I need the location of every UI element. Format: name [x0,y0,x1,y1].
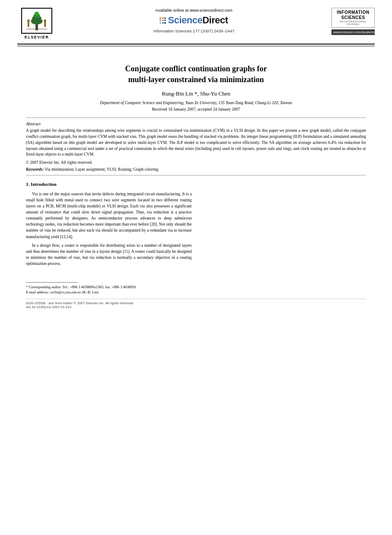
svg-rect-5 [28,22,29,27]
keywords-label: Keywords: [26,167,44,172]
authors: Rung-Bin Lin *, Shu-Yu Chen [26,90,366,97]
email-author: (R.-B. Lin). [81,290,99,294]
info-sciences-subtitle: AN INTERNATIONAL JOURNAL [335,20,372,25]
received-dates: Received 18 January 2007; accepted 24 Ja… [26,107,366,111]
section1-body: Via is one of the major sources that inv… [26,191,366,269]
email-address: csrlin@cs.yzu.edu.tw [50,290,81,294]
paper-title: Conjugate conflict continuation graphs f… [26,64,366,85]
info-sciences-title: INFORMATIONSCIENCES [335,10,372,20]
info-sciences-logo: INFORMATIONSCIENCES AN INTERNATIONAL JOU… [331,8,375,35]
elsevier-label: ELSEVIER [25,35,49,39]
header: ELSEVIER Available online at www.science… [0,0,392,44]
sciencedirect-name: ScienceDirect [168,15,228,26]
elsevier-logo-box [21,8,52,34]
footnote-email: E-mail address: csrlin@cs.yzu.edu.tw (R.… [26,290,366,294]
keywords-text: Via minimization; Layer assignment; VLSI… [45,167,158,172]
main-content: Conjugate conflict continuation graphs f… [0,46,392,318]
page-footer: 0020-0255/$ - see front matter © 2007 El… [26,299,366,309]
affiliation: Department of Computer Science and Engin… [26,101,366,105]
svg-rect-7 [44,22,46,27]
sd-dots-icon [159,17,166,24]
elsevier-tree-icon [24,10,50,31]
science-part: Science [168,15,202,25]
abstract-section: Abstract A graph model for describing th… [26,121,366,165]
svg-point-6 [27,19,30,22]
elsevier-logo: ELSEVIER [17,8,56,39]
journal-url: www.elsevier.com/locate/ins [331,29,375,35]
authors-text: Rung-Bin Lin *, Shu-Yu Chen [162,90,230,97]
footnotes-area: * Corresponding author. Tel.: +886 3 463… [26,282,366,294]
info-sciences-box: INFORMATIONSCIENCES AN INTERNATIONAL JOU… [331,8,375,28]
header-separator-thick [17,44,375,45]
section1-heading: 1. Introduction [26,182,366,187]
section1-para2: In a design flow, a router is responsibl… [26,242,192,267]
abstract-divider-bottom [26,175,366,175]
footnote-star: * Corresponding author. Tel.: +886 3 463… [26,285,366,289]
abstract-heading: Abstract [26,121,366,126]
header-center: Available online at www.sciencedirect.co… [56,8,331,33]
section1-col1: Via is one of the major sources that inv… [26,191,192,269]
page: ELSEVIER Available online at www.science… [0,0,392,535]
copyright: © 2007 Elsevier Inc. All rights reserved… [26,160,366,165]
abstract-text: A graph model for describing the relatio… [26,128,366,158]
email-label: E-mail address: [26,290,50,294]
svg-point-4 [35,12,39,16]
available-online-text: Available online at www.sciencedirect.co… [65,8,323,13]
journal-info: Information Sciences 177 (2007) 2436–244… [65,29,323,33]
footer-doi: doi:10.1016/j.ins.2007.01.013 [26,305,366,309]
footer-issn: 0020-0255/$ - see front matter © 2007 El… [26,301,366,305]
section1-para1: Via is one of the major sources that inv… [26,191,192,239]
paper-title-text: Conjugate conflict continuation graphs f… [125,64,267,84]
sciencedirect-logo: ScienceDirect [65,15,323,26]
direct-part: Direct [202,15,228,25]
abstract-body: A graph model for describing the relatio… [26,128,366,156]
footnote-separator [26,282,78,283]
svg-point-8 [44,19,46,22]
abstract-divider-top [26,118,366,118]
keywords-line: Keywords: Via minimization; Layer assign… [26,167,366,172]
section1-col2 [201,191,367,269]
